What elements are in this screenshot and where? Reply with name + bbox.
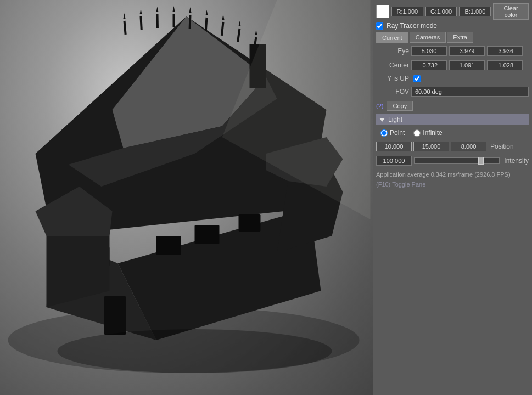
clear-color-button[interactable]: Clear color — [493, 3, 529, 20]
point-label: Point — [390, 129, 405, 137]
pos-z-input[interactable] — [451, 142, 486, 151]
fov-row: FOV 60.00 deg — [376, 87, 529, 97]
yisup-label: Y is UP — [376, 75, 409, 82]
yisup-row: Y is UP — [376, 75, 529, 82]
infinite-label: Infinite — [423, 129, 442, 137]
center-label: Center — [376, 61, 409, 69]
svg-marker-15 — [156, 7, 159, 12]
svg-marker-19 — [222, 14, 225, 20]
infinite-radio[interactable] — [413, 129, 421, 137]
svg-marker-21 — [255, 30, 257, 35]
svg-rect-27 — [156, 236, 181, 255]
svg-rect-10 — [221, 22, 225, 36]
fov-label: FOV — [376, 88, 409, 95]
svg-marker-14 — [140, 9, 142, 14]
color-row: R:1.000 G:1.000 B:1.000 Clear color — [376, 3, 529, 20]
svg-marker-13 — [124, 13, 126, 19]
slider-thumb — [478, 157, 484, 165]
eye-z-input[interactable] — [487, 46, 523, 56]
svg-rect-7 — [173, 14, 175, 27]
copy-button[interactable]: Copy — [387, 101, 413, 111]
svg-rect-5 — [140, 16, 143, 30]
raytracer-checkbox[interactable] — [376, 22, 383, 30]
g-value: G:1.000 — [425, 7, 457, 16]
svg-rect-6 — [156, 14, 159, 28]
svg-rect-11 — [237, 29, 240, 42]
svg-marker-18 — [206, 10, 208, 15]
tabs-row: Current Cameras Extra — [376, 32, 529, 43]
b-value: B:1.000 — [459, 7, 491, 16]
center-x-input[interactable] — [411, 60, 447, 70]
tab-extra[interactable]: Extra — [447, 32, 473, 43]
perf-status: Application average 0.342 ms/frame (2926… — [376, 171, 529, 178]
svg-rect-26 — [104, 296, 126, 335]
help-icon[interactable]: (?) — [376, 103, 383, 109]
point-radio-label[interactable]: Point — [380, 129, 405, 137]
point-radio[interactable] — [380, 129, 388, 137]
toggle-pane-hint: (F10) Toggle Pane — [376, 181, 529, 188]
right-panel: R:1.000 G:1.000 B:1.000 Clear color Ray … — [373, 0, 532, 395]
light-label: Light — [388, 116, 402, 123]
fov-value: 60.00 deg — [411, 87, 529, 97]
svg-rect-9 — [205, 18, 208, 31]
svg-rect-29 — [239, 214, 261, 232]
color-swatch[interactable] — [376, 5, 389, 18]
intensity-input[interactable] — [376, 156, 412, 166]
infinite-radio-label[interactable]: Infinite — [413, 129, 442, 137]
3d-viewport[interactable] — [0, 0, 373, 395]
collapse-icon — [379, 118, 385, 122]
intensity-row: Intensity — [376, 156, 529, 166]
light-type-row: Point Infinite — [376, 127, 529, 138]
eye-x-input[interactable] — [411, 46, 447, 56]
svg-marker-17 — [189, 7, 192, 13]
svg-marker-16 — [173, 6, 175, 12]
raytracer-row: Ray Tracer mode — [376, 22, 529, 30]
yisup-checkbox[interactable] — [413, 75, 421, 82]
position-row: Position — [376, 142, 529, 151]
position-label: Position — [490, 143, 514, 150]
center-row: Center — [376, 60, 529, 70]
center-z-input[interactable] — [487, 60, 523, 70]
pos-x-input[interactable] — [376, 142, 412, 151]
svg-marker-20 — [239, 21, 241, 26]
eye-row: Eye — [376, 46, 529, 56]
eye-label: Eye — [376, 47, 409, 55]
tab-cameras[interactable]: Cameras — [410, 32, 446, 43]
svg-rect-28 — [195, 225, 220, 244]
light-section-header[interactable]: Light — [376, 114, 529, 125]
svg-point-35 — [58, 329, 332, 373]
tab-current[interactable]: Current — [376, 32, 408, 43]
svg-rect-4 — [124, 21, 127, 35]
raytracer-label: Ray Tracer mode — [387, 22, 437, 30]
pos-y-input[interactable] — [413, 142, 449, 151]
eye-y-input[interactable] — [449, 46, 485, 56]
center-y-input[interactable] — [449, 60, 485, 70]
r-value: R:1.000 — [391, 7, 423, 16]
intensity-label: Intensity — [504, 157, 529, 165]
copy-row: (?) Copy — [376, 101, 529, 111]
intensity-slider[interactable] — [414, 157, 500, 164]
house-render — [0, 0, 373, 395]
